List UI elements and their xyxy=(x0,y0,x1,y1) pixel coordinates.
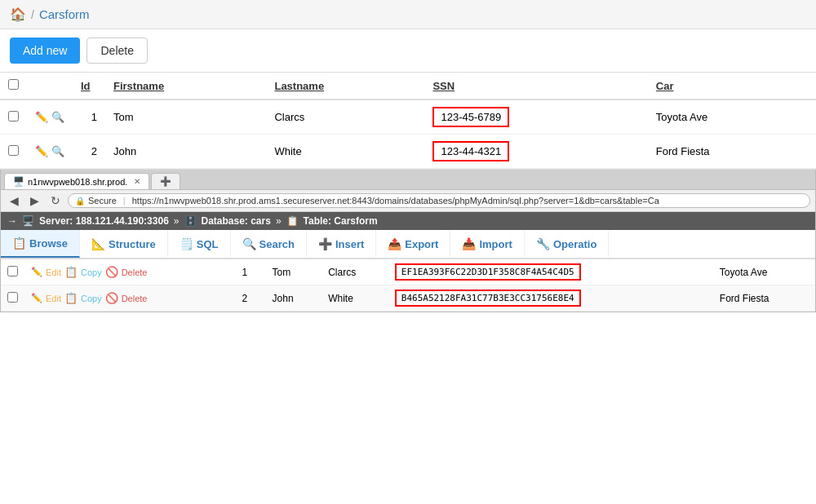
browser-tab-new[interactable]: ➕ xyxy=(151,173,180,189)
structure-tab-icon: 📐 xyxy=(91,237,105,250)
tab-close-icon[interactable]: ✕ xyxy=(134,177,140,186)
pma-row2-id: 2 xyxy=(236,285,266,312)
pma-tab-sql[interactable]: 🗒️ SQL xyxy=(168,231,231,257)
browser-tab-label: n1nwvpweb018.shr.prod. xyxy=(28,177,127,187)
pma-tab-operations[interactable]: 🔧 Operatio xyxy=(525,231,609,257)
browser-window: 🖥️ n1nwvpweb018.shr.prod. ✕ ➕ ◀ ▶ ↻ 🔒 Se… xyxy=(0,170,816,312)
pma-data-table: ✏️ Edit 📋 Copy 🚫 Delete 1 Tom Clarcs EF1… xyxy=(1,259,815,312)
home-icon[interactable]: 🏠 xyxy=(10,7,26,22)
pma-row1-checkbox[interactable] xyxy=(7,266,18,276)
table-row: ✏️ 🔍 2 John White 123-44-4321 Ford Fiest… xyxy=(0,135,816,169)
row2-edit-icon[interactable]: ✏️ xyxy=(35,145,48,157)
db-arrow: » xyxy=(276,215,282,227)
pma-tab-browse[interactable]: 📋 Browse xyxy=(1,230,80,258)
server-monitor-icon: 🖥️ xyxy=(22,215,34,227)
row2-lastname: White xyxy=(266,135,424,169)
pma-row2-copy-label[interactable]: Copy xyxy=(81,294,102,303)
header-id: Id xyxy=(73,73,105,99)
row1-ssn-value: 123-45-6789 xyxy=(432,107,509,127)
row1-car: Toyota Ave xyxy=(648,99,816,135)
pma-row2-delete-label[interactable]: Delete xyxy=(122,294,148,303)
pma-tab-structure[interactable]: 📐 Structure xyxy=(80,231,168,257)
import-tab-icon: 📥 xyxy=(462,237,476,250)
database-label: Database: cars xyxy=(202,215,271,227)
nav-back-button[interactable]: ◀ xyxy=(6,192,23,209)
row1-checkbox-cell xyxy=(0,99,27,135)
select-all-checkbox[interactable] xyxy=(8,79,19,90)
table-row: ✏️ 🔍 1 Tom Clarcs 123-45-6789 Toyota Ave xyxy=(0,99,816,135)
row2-firstname: John xyxy=(105,135,266,169)
server-arrow-icon: → xyxy=(7,215,17,227)
browser-tab-icon: 🖥️ xyxy=(13,176,24,187)
browser-tab-bar: 🖥️ n1nwvpweb018.shr.prod. ✕ ➕ xyxy=(1,170,815,190)
browse-tab-label: Browse xyxy=(29,237,68,250)
pma-table-row: ✏️ Edit 📋 Copy 🚫 Delete 2 John White B46… xyxy=(1,285,815,312)
pma-table-row: ✏️ Edit 📋 Copy 🚫 Delete 1 Tom Clarcs EF1… xyxy=(1,259,815,285)
pma-tab-insert[interactable]: ➕ Insert xyxy=(307,231,376,257)
add-new-button[interactable]: Add new xyxy=(10,38,80,64)
row1-ssn: 123-45-6789 xyxy=(424,99,647,135)
secure-label: Secure xyxy=(88,196,117,206)
row1-view-icon[interactable]: 🔍 xyxy=(51,111,64,123)
export-tab-icon: 📤 xyxy=(388,237,401,250)
row2-car: Ford Fiesta xyxy=(648,135,816,169)
header-car: Car xyxy=(648,73,816,99)
row2-checkbox[interactable] xyxy=(8,145,19,156)
pma-row1-lastname: Clarcs xyxy=(322,259,388,285)
pma-row1-edit-label[interactable]: Edit xyxy=(46,267,61,277)
row1-edit-icon[interactable]: ✏️ xyxy=(35,111,48,123)
breadcrumb: 🏠 / Carsform xyxy=(0,0,816,29)
pma-tab-search[interactable]: 🔍 Search xyxy=(231,231,307,257)
pma-row1-id: 1 xyxy=(236,259,266,285)
table-icon: 📋 xyxy=(286,215,299,227)
pma-row2-delete-icon[interactable]: 🚫 xyxy=(105,292,118,304)
pma-row1-copy-icon[interactable]: 📋 xyxy=(64,266,78,278)
pma-row2-checkbox-cell xyxy=(1,285,24,312)
pma-row2-actions: ✏️ Edit 📋 Copy 🚫 Delete xyxy=(24,285,236,312)
nav-reload-button[interactable]: ↻ xyxy=(47,192,64,209)
pma-row2-ssn: B465A52128FA31C77B3E3CC31756E8E4 xyxy=(388,285,713,312)
new-tab-icon: ➕ xyxy=(160,176,171,187)
export-tab-label: Export xyxy=(405,238,438,250)
delete-button[interactable]: Delete xyxy=(86,38,147,64)
row1-checkbox[interactable] xyxy=(8,111,19,122)
breadcrumb-separator: / xyxy=(31,8,34,21)
pma-row1-ssn: EF1EA393F6C22D3D1F358C8F4A54C4D5 xyxy=(388,259,713,285)
breadcrumb-carsform[interactable]: Carsform xyxy=(39,7,90,21)
pma-row1-checkbox-cell xyxy=(1,259,24,285)
operations-tab-label: Operatio xyxy=(553,238,596,250)
url-divider: | xyxy=(123,196,126,206)
header-firstname: Firstname xyxy=(105,73,266,99)
row2-view-icon[interactable]: 🔍 xyxy=(51,145,64,157)
carsform-table: Id Firstname Lastname SSN Car ✏️ 🔍 xyxy=(0,73,816,169)
pma-tab-export[interactable]: 📤 Export xyxy=(376,231,450,257)
url-bar[interactable]: 🔒 Secure | https://n1nwvpweb018.shr.prod… xyxy=(68,193,810,208)
browser-tab-active[interactable]: 🖥️ n1nwvpweb018.shr.prod. ✕ xyxy=(4,173,149,189)
pma-row1-copy-label[interactable]: Copy xyxy=(81,267,102,277)
nav-forward-button[interactable]: ▶ xyxy=(26,192,43,209)
pma-row2-copy-icon[interactable]: 📋 xyxy=(64,292,78,304)
secure-icon: 🔒 xyxy=(75,197,85,206)
pma-row1-delete-icon[interactable]: 🚫 xyxy=(105,266,118,278)
pma-row2-edit-icon[interactable]: ✏️ xyxy=(31,293,42,303)
pma-row2-edit-label[interactable]: Edit xyxy=(46,294,61,303)
pma-row1-car: Toyota Ave xyxy=(713,259,815,285)
row1-lastname: Clarcs xyxy=(266,99,424,135)
table-name-label: Table: Carsform xyxy=(304,215,378,227)
structure-tab-label: Structure xyxy=(109,238,156,250)
search-tab-label: Search xyxy=(259,238,295,250)
header-ssn: SSN xyxy=(424,73,647,99)
pma-tabs: 📋 Browse 📐 Structure 🗒️ SQL 🔍 Search ➕ I… xyxy=(1,230,815,259)
pma-row2-lastname: White xyxy=(322,285,388,312)
pma-row2-car: Ford Fiesta xyxy=(713,285,815,312)
pma-row2-ssn-hash: B465A52128FA31C77B3E3CC31756E8E4 xyxy=(395,290,581,307)
pma-row2-checkbox[interactable] xyxy=(7,292,18,303)
server-label: Server: 188.121.44.190:3306 xyxy=(39,215,169,227)
browse-tab-icon: 📋 xyxy=(12,237,26,250)
pma-row1-edit-icon[interactable]: ✏️ xyxy=(31,267,42,277)
toolbar: Add new Delete xyxy=(0,29,816,73)
row2-ssn-value: 123-44-4321 xyxy=(432,141,509,161)
pma-tab-import[interactable]: 📥 Import xyxy=(450,231,524,257)
pma-row1-delete-label[interactable]: Delete xyxy=(122,267,148,277)
operations-tab-icon: 🔧 xyxy=(536,237,550,250)
